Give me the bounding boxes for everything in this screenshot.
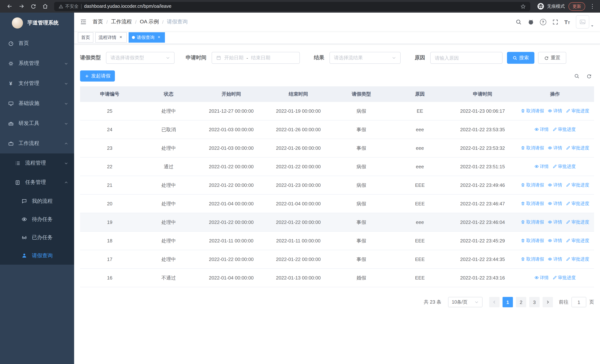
action-cancel-link[interactable]: 取消请假 [521,108,544,114]
action-detail-link[interactable]: 详情 [548,182,562,188]
prev-page-button[interactable] [489,297,500,307]
cell-status: 处理中 [139,213,198,232]
browser-update-button[interactable]: 更新 [569,2,585,10]
date-range-picker[interactable]: 开始日期 - 结束日期 [212,52,300,64]
action-progress-link[interactable]: 审批进度 [566,108,589,114]
table-row[interactable]: 18 处理中 2022-01-11 00:00:00 2022-01-11 00… [80,232,594,250]
action-progress-link[interactable]: 审批进度 [566,219,589,225]
breadcrumb-item[interactable]: 首页 [93,19,103,25]
page-button-2[interactable]: 2 [516,297,526,307]
action-progress-link[interactable]: 审批进度 [552,163,576,170]
action-cancel-link[interactable]: 取消请假 [521,201,544,207]
breadcrumb-item[interactable]: 工作流程 [111,19,132,25]
action-cancel-link[interactable]: 取消请假 [521,219,544,225]
page-button-1[interactable]: 1 [503,297,513,307]
page-content: 请假类型 请选择请假类型 申请时间 开始日期 [74,44,600,364]
page-size-select[interactable]: 10条/页 [448,297,483,307]
table-row[interactable]: 17 处理中 2022-01-22 00:00:00 2022-01-22 00… [80,250,594,269]
action-detail-link[interactable]: 详情 [548,145,562,151]
fullscreen-icon[interactable] [552,19,558,25]
sidebar-item-process-mgmt[interactable]: 流程管理 [0,153,74,173]
bookmark-star-icon[interactable] [520,3,526,9]
table-row[interactable]: 22 通过 2022-01-22 00:00:00 2022-01-22 00:… [80,157,594,176]
browser-menu-icon[interactable]: ⋮ [590,3,595,10]
reload-button[interactable] [28,1,38,11]
action-cancel-link[interactable]: 取消请假 [521,238,544,244]
col-apply-time: 申请时间 [449,86,516,102]
user-menu[interactable] [576,15,594,28]
table-row[interactable]: 21 处理中 2022-01-22 00:00:00 2022-01-23 00… [80,176,594,195]
leave-type-select[interactable]: 请选择请假类型 [106,52,175,64]
sidebar-item-home[interactable]: 首页 [0,33,74,53]
tab-home[interactable]: 首页 [78,32,94,43]
action-detail-link[interactable]: 详情 [534,275,549,281]
cell-leave-type: 婚假 [332,269,391,287]
address-bar[interactable]: 不安全 dashboard.yudao.iocoder.cn/bpm/oa/le… [54,2,530,11]
action-cancel-link[interactable]: 取消请假 [521,145,544,151]
create-leave-button[interactable]: 发起请假 [80,70,115,82]
action-progress-link[interactable]: 审批进度 [552,126,576,133]
sidebar-item-leave-query[interactable]: 请假查询 [0,246,74,265]
goto-page-input[interactable] [572,297,586,307]
action-detail-link[interactable]: 详情 [534,126,549,133]
table-row[interactable]: 25 处理中 2021-12-27 00:00:00 2022-01-19 00… [80,102,594,120]
sidebar-item-todo-tasks[interactable]: 待办任务 [0,210,74,228]
refresh-icon[interactable] [586,73,592,79]
action-detail-link[interactable]: 详情 [548,108,562,114]
close-icon[interactable]: × [156,35,162,40]
table-row[interactable]: 20 处理中 2022-01-04 00:00:00 2022-01-04 00… [80,195,594,213]
tab-leave-query[interactable]: 请假查询 × [129,32,165,43]
action-detail-link[interactable]: 详情 [548,256,562,262]
sidebar-item-infrastructure[interactable]: 基础设施 [0,93,74,113]
action-cancel-link[interactable]: 取消请假 [521,256,544,262]
result-select[interactable]: 请选择流结果 [329,52,401,64]
forward-button[interactable] [17,1,26,11]
table-row[interactable]: 24 已取消 2022-01-03 00:00:00 2022-01-26 00… [80,120,594,139]
reason-input[interactable] [430,52,503,64]
table-row[interactable]: 19 处理中 2022-01-22 00:00:00 2022-01-22 00… [80,213,594,232]
home-button[interactable] [40,1,50,11]
table-utils [574,73,594,79]
sidebar-item-done-tasks[interactable]: 已办任务 [0,228,74,246]
next-page-button[interactable] [543,297,553,307]
security-indicator[interactable]: 不安全 [58,3,79,9]
hamburger-icon[interactable] [80,19,87,25]
logo[interactable]: 芋道管理系统 [0,13,74,33]
back-button[interactable] [5,1,14,11]
action-cancel-link[interactable]: 取消请假 [521,182,544,188]
github-icon[interactable] [527,19,534,25]
action-detail-link[interactable]: 详情 [534,163,549,170]
sidebar-item-my-process[interactable]: 我的流程 [0,192,74,210]
search-toggle-icon[interactable] [574,73,580,79]
page-button-3[interactable]: 3 [529,297,540,307]
action-detail-link[interactable]: 详情 [548,238,562,244]
font-size-icon[interactable]: TT [564,19,570,25]
cell-end-time: 2022-01-11 00:00:00 [265,232,332,250]
action-progress-link[interactable]: 审批进度 [566,182,589,188]
sidebar-item-workflow[interactable]: 工作流程 [0,133,74,153]
action-progress-link[interactable]: 审批进度 [566,201,589,207]
action-progress-link[interactable]: 审批进度 [552,275,576,281]
close-icon[interactable]: × [118,35,123,40]
search-button[interactable]: 搜索 [507,52,534,64]
create-leave-label: 发起请假 [91,73,111,79]
sidebar-item-task-mgmt[interactable]: 任务管理 [0,173,74,192]
sidebar-item-system-mgmt[interactable]: 系统管理 [0,53,74,73]
sidebar-item-payment-mgmt[interactable]: ¥ 支付管理 [0,73,74,93]
help-icon[interactable]: ? [540,19,546,25]
action-progress-link[interactable]: 审批进度 [566,238,589,244]
action-detail-link[interactable]: 详情 [548,219,562,225]
breadcrumb-item[interactable]: OA 示例 [140,19,159,25]
sidebar-item-dev-tools[interactable]: 研发工具 [0,113,74,133]
table-row[interactable]: 16 不通过 2022-01-04 00:00:00 2022-01-13 00… [80,269,594,287]
search-icon[interactable] [515,19,522,25]
reset-button[interactable]: 重置 [538,52,566,64]
action-progress-link[interactable]: 审批进度 [566,145,589,151]
table-row[interactable]: 23 处理中 2022-01-03 00:00:00 2022-01-26 00… [80,139,594,157]
action-progress-link[interactable]: 审批进度 [566,256,589,262]
action-detail-link[interactable]: 详情 [548,201,562,207]
cell-reason: EEE [391,176,449,195]
cell-status: 处理中 [139,102,198,120]
cell-end-time: 2022-01-19 00:00:00 [265,102,332,120]
tab-process-detail[interactable]: 流程详情 × [95,32,127,43]
